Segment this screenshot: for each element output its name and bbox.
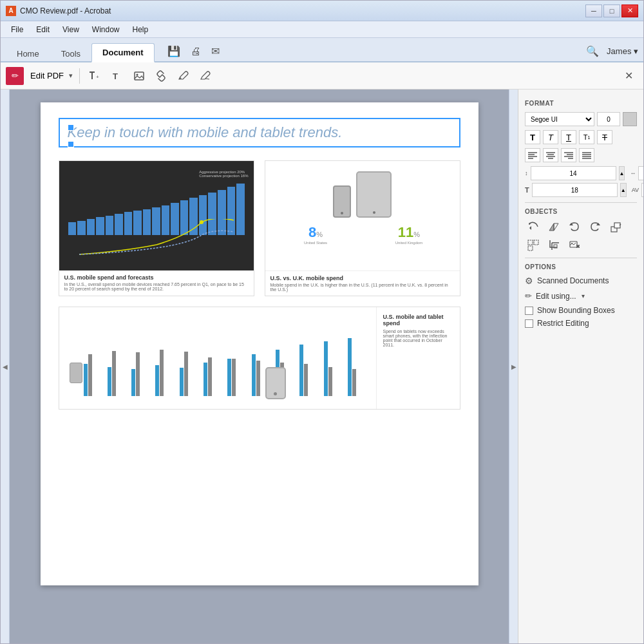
- close-button[interactable]: ✕: [621, 5, 638, 17]
- edit-pdf-dropdown[interactable]: ▾: [69, 71, 73, 80]
- text-italic-btn[interactable]: T: [543, 130, 558, 144]
- restrict-editing-option[interactable]: Restrict Editing: [525, 319, 637, 328]
- obj-redo-icon[interactable]: [587, 220, 603, 234]
- devices-row: [270, 166, 455, 218]
- scanned-docs-label: Scanned Documents: [537, 276, 609, 285]
- menu-view[interactable]: View: [57, 24, 84, 35]
- text-strikethrough-btn[interactable]: T: [597, 130, 612, 144]
- restrict-checkbox[interactable]: [525, 319, 533, 328]
- document-page: Keep in touch with mobile and tablet tre…: [41, 102, 478, 585]
- text-format-icon[interactable]: T: [108, 67, 126, 85]
- add-text-icon[interactable]: +: [86, 67, 104, 85]
- align-row: [525, 148, 637, 162]
- line-spacing-up[interactable]: ▲: [619, 166, 625, 180]
- svg-text:+: +: [96, 74, 99, 80]
- save-icon[interactable]: 💾: [167, 45, 180, 57]
- font-select[interactable]: Segoe UI: [525, 112, 594, 126]
- edit-pdf-label[interactable]: Edit PDF: [30, 71, 64, 80]
- obj-undo-icon[interactable]: [566, 220, 583, 234]
- right-panel-handle[interactable]: ▶: [509, 90, 518, 643]
- menu-help[interactable]: Help: [128, 24, 154, 35]
- scanned-docs-option[interactable]: ⚙ Scanned Documents: [525, 276, 637, 286]
- charts-row-1: Aggressive projection 20% Conservative p…: [59, 160, 460, 296]
- phone-dot: [341, 212, 343, 214]
- color-swatch[interactable]: [623, 112, 637, 126]
- align-left-btn[interactable]: [525, 148, 540, 162]
- svg-line-4: [160, 75, 162, 77]
- show-bounding-option[interactable]: Show Bounding Boxes: [525, 306, 637, 315]
- align-center-btn[interactable]: [543, 148, 558, 162]
- left-panel-handle[interactable]: ◀: [1, 90, 10, 643]
- tab-right-controls: 🔍 James ▾: [586, 45, 638, 57]
- align-justify-btn[interactable]: [579, 148, 594, 162]
- settings-icon[interactable]: [196, 67, 214, 85]
- link-icon[interactable]: [152, 67, 170, 85]
- text-superscript-btn[interactable]: T1: [579, 130, 594, 144]
- spacing-label-1: ↕: [525, 170, 528, 176]
- stat-us-pct: %: [316, 231, 323, 238]
- edit-using-option[interactable]: ✏ Edit using... ▾: [525, 291, 637, 301]
- gear-icon: ⚙: [525, 276, 533, 286]
- chart-mobile-tablet-spend: U.S. mobile and tablet spend Spend on ta…: [59, 307, 460, 410]
- align-right-btn[interactable]: [561, 148, 576, 162]
- spacing-label-2: ↔: [630, 170, 636, 176]
- print-icon[interactable]: 🖨: [191, 46, 201, 57]
- obj-flip-icon[interactable]: [545, 220, 562, 234]
- obj-crop-icon[interactable]: [545, 238, 562, 252]
- edit-toolbar: ✏ Edit PDF ▾ + T ✕: [1, 62, 643, 90]
- title-bar: A CMO Review.pdf - Acrobat ─ □ ✕: [1, 1, 643, 21]
- font-size-input-2[interactable]: [532, 183, 618, 197]
- svg-rect-33: [528, 246, 533, 251]
- svg-text:T: T: [113, 71, 118, 81]
- tab-tools[interactable]: Tools: [50, 44, 91, 62]
- chart-title-2: U.S. vs. U.K. mobile spend: [270, 275, 455, 281]
- font-size-input[interactable]: [597, 112, 620, 126]
- svg-rect-2: [135, 72, 144, 80]
- format-section-title: FORMAT: [525, 100, 637, 107]
- edit-using-dropdown: ▾: [582, 292, 585, 299]
- search-icon[interactable]: 🔍: [586, 45, 599, 57]
- menu-edit[interactable]: Edit: [31, 24, 55, 35]
- stat-us: 8 % United States: [270, 222, 361, 247]
- edit-icon-2[interactable]: [174, 67, 192, 85]
- line-spacing-input[interactable]: [531, 166, 616, 180]
- main-area: ◀ Keep in touch with mobile and tablet t…: [1, 90, 643, 643]
- svg-rect-31: [528, 240, 533, 245]
- stat-uk-pct: %: [413, 231, 420, 238]
- obj-replace-icon[interactable]: [566, 238, 583, 252]
- headline-textbox[interactable]: Keep in touch with mobile and tablet tre…: [59, 118, 460, 147]
- char-spacing-input[interactable]: [638, 166, 643, 180]
- tab-document[interactable]: Document: [91, 43, 155, 62]
- toolbar-sep-1: [79, 68, 80, 84]
- chart-dark-area: Aggressive projection 20% Conservative p…: [59, 161, 254, 270]
- menu-file[interactable]: File: [6, 24, 28, 35]
- left-arrow-icon: ◀: [3, 363, 8, 370]
- window-title: CMO Review.pdf - Acrobat: [20, 6, 585, 15]
- right-panel: FORMAT Segoe UI T T T T1 T: [518, 90, 643, 643]
- stat-uk: 11 % United Kingdom: [364, 222, 455, 247]
- minimize-button[interactable]: ─: [585, 5, 602, 17]
- obj-rotate-icon[interactable]: [525, 220, 542, 234]
- bounding-checkbox[interactable]: [525, 307, 533, 315]
- pencil-icon: ✏: [525, 291, 532, 301]
- show-bounding-label: Show Bounding Boxes: [537, 306, 615, 315]
- text-bold-btn[interactable]: T: [525, 130, 540, 144]
- email-icon[interactable]: ✉: [211, 45, 220, 57]
- right-arrow-icon: ▶: [511, 363, 516, 370]
- user-menu[interactable]: James ▾: [607, 46, 638, 56]
- font-size-up[interactable]: ▲: [620, 183, 627, 197]
- maximize-button[interactable]: □: [603, 5, 620, 17]
- chart-mobile-spend: Aggressive projection 20% Conservative p…: [59, 160, 254, 296]
- chart-bottom-text: U.S. mobile and tablet spend Spend on ta…: [376, 307, 460, 409]
- app-icon: A: [6, 6, 16, 16]
- edit-toolbar-close[interactable]: ✕: [620, 67, 638, 84]
- menu-window[interactable]: Window: [87, 24, 125, 35]
- tab-toolbar-icons: 💾 🖨 ✉: [167, 45, 220, 57]
- obj-group-icon[interactable]: [525, 238, 542, 252]
- image-icon[interactable]: [130, 67, 148, 85]
- svg-point-6: [200, 220, 204, 224]
- tab-home[interactable]: Home: [6, 44, 50, 62]
- kerning-input[interactable]: [641, 183, 643, 197]
- obj-arrange-icon[interactable]: [607, 220, 624, 234]
- text-underline-btn[interactable]: T: [561, 130, 576, 144]
